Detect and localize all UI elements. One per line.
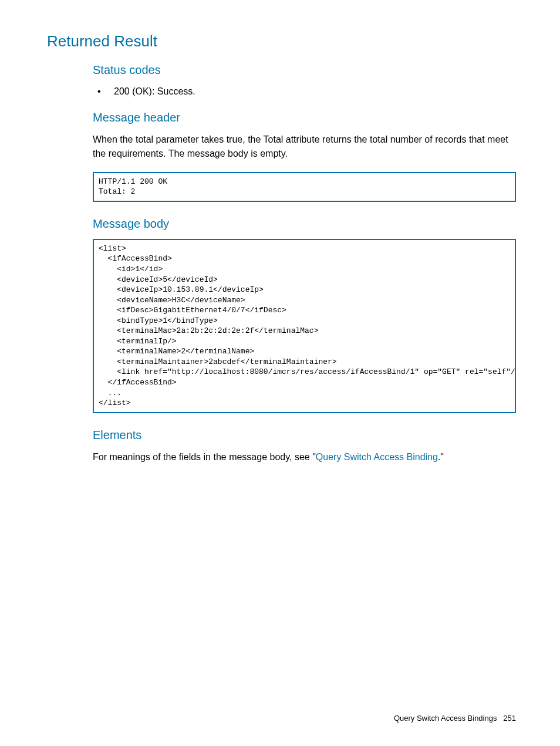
elements-prefix: For meanings of the fields in the messag… — [93, 452, 316, 462]
heading-message-header: Message header — [93, 111, 516, 124]
list-item: 200 (OK): Success. — [93, 85, 516, 98]
code-message-body: <list> <ifAccessBind> <id>1</id> <device… — [93, 239, 516, 413]
elements-text: For meanings of the fields in the messag… — [93, 450, 516, 464]
link-query-switch-access-binding[interactable]: Query Switch Access Binding — [316, 452, 438, 462]
footer-title: Query Switch Access Bindings — [394, 714, 497, 723]
page-footer: Query Switch Access Bindings 251 — [394, 714, 516, 723]
status-codes-list: 200 (OK): Success. — [93, 85, 516, 98]
code-message-header: HTTP/1.1 200 OK Total: 2 — [93, 172, 516, 202]
heading-message-body: Message body — [93, 217, 516, 231]
heading-status-codes: Status codes — [93, 63, 516, 77]
heading-returned-result: Returned Result — [47, 32, 516, 50]
elements-suffix: ." — [438, 452, 444, 462]
heading-elements: Elements — [93, 428, 516, 442]
message-header-text: When the total parameter takes true, the… — [93, 133, 516, 160]
footer-page-number: 251 — [503, 714, 516, 723]
